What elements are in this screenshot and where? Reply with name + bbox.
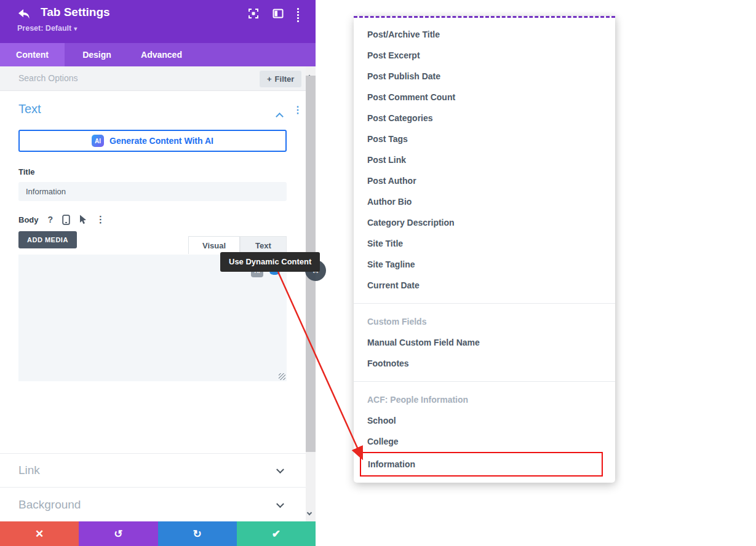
link-section-title: Link: [18, 464, 40, 477]
modal-header: Tab Settings Preset: Default▾: [0, 0, 316, 43]
use-dynamic-content-tooltip: Use Dynamic Content: [220, 252, 320, 272]
search-options-bar[interactable]: Search Options +Filter: [0, 66, 306, 91]
dynamic-content-item[interactable]: Site Title: [354, 233, 615, 254]
drag-handle-icon[interactable]: [295, 7, 301, 18]
group-divider: [354, 303, 615, 304]
check-icon: ✔: [272, 528, 281, 540]
settings-tab-bar: Content Design Advanced: [0, 43, 316, 66]
discard-button[interactable]: ✕: [0, 521, 79, 546]
tab-advanced[interactable]: Advanced: [129, 43, 194, 66]
dynamic-content-item[interactable]: Post Comment Count: [354, 87, 615, 108]
generate-content-ai-button[interactable]: AI Generate Content With AI: [18, 130, 287, 152]
dynamic-content-item[interactable]: Post Excerpt: [354, 45, 615, 66]
redo-button[interactable]: ↻: [158, 521, 237, 546]
help-icon[interactable]: ?: [48, 215, 54, 224]
redo-icon: ↻: [193, 528, 202, 540]
responsive-phone-icon[interactable]: [62, 215, 70, 225]
collapse-chevron-up-icon[interactable]: [277, 111, 282, 122]
dynamic-content-item[interactable]: Author Bio: [354, 191, 615, 212]
dynamic-content-groups: Post/Archive TitlePost ExcerptPost Publi…: [354, 24, 615, 477]
body-editor-area: [18, 255, 287, 381]
dynamic-content-item[interactable]: Post Tags: [354, 129, 615, 149]
add-media-button[interactable]: ADD MEDIA: [18, 231, 77, 248]
close-icon: ✕: [35, 528, 44, 540]
chevron-down-icon: [277, 498, 283, 509]
search-input[interactable]: Search Options: [18, 73, 78, 83]
dynamic-content-item[interactable]: School: [354, 410, 615, 431]
dynamic-content-item[interactable]: Site Tagline: [354, 254, 615, 275]
filter-button[interactable]: +Filter: [260, 71, 301, 87]
text-section-title[interactable]: Text: [18, 102, 41, 116]
modal-scrollbar[interactable]: [306, 66, 316, 521]
undo-button[interactable]: ↺: [79, 521, 157, 546]
chevron-down-icon: [277, 464, 283, 475]
tab-design[interactable]: Design: [65, 43, 129, 66]
dynamic-content-item[interactable]: Category Description: [354, 212, 615, 233]
modal-title: Tab Settings: [41, 6, 110, 19]
group-header: Custom Fields: [354, 311, 615, 332]
title-field-input[interactable]: [18, 182, 287, 201]
dynamic-content-item[interactable]: Information: [360, 452, 603, 477]
back-arrow-icon[interactable]: [17, 8, 31, 20]
dynamic-content-item[interactable]: Manual Custom Field Name: [354, 332, 615, 353]
editor-tab-text[interactable]: Text: [240, 236, 287, 254]
dynamic-content-item[interactable]: Post Link: [354, 149, 615, 170]
body-field-header: Body ? ⋮: [18, 214, 105, 225]
dynamic-content-item[interactable]: Footnotes: [354, 353, 615, 374]
background-section-row[interactable]: Background: [0, 487, 306, 521]
hover-cursor-icon[interactable]: [79, 215, 87, 224]
modal-footer: ✕↺↻✔: [0, 521, 316, 546]
group-header: ACF: People Information: [354, 389, 615, 410]
dynamic-content-item[interactable]: Current Date: [354, 275, 615, 296]
preset-caret-icon: ▾: [74, 25, 77, 32]
body-field-label: Body: [18, 215, 39, 224]
section-options-dots-icon[interactable]: ⋮: [293, 104, 303, 116]
editor-tab-visual[interactable]: Visual: [188, 236, 240, 254]
textarea-resize-grip[interactable]: [279, 373, 285, 380]
page: Tab Settings Preset: Default▾ Content De…: [0, 0, 756, 546]
dynamic-content-item[interactable]: Post/Archive Title: [354, 24, 615, 45]
dynamic-content-item[interactable]: College: [354, 431, 615, 452]
scroll-down-arrow-icon[interactable]: [308, 506, 311, 517]
body-textarea[interactable]: [18, 255, 287, 381]
save-button[interactable]: ✔: [237, 521, 316, 546]
title-field-label: Title: [18, 167, 35, 176]
ai-badge-icon: AI: [92, 135, 104, 147]
dynamic-content-item[interactable]: Post Publish Date: [354, 66, 615, 87]
dynamic-content-panel: Post/Archive TitlePost ExcerptPost Publi…: [354, 16, 615, 483]
dynamic-content-item[interactable]: Post Categories: [354, 108, 615, 129]
preset-selector[interactable]: Preset: Default▾: [17, 24, 77, 33]
dynamic-content-item[interactable]: Post Author: [354, 170, 615, 191]
snap-to-side-icon[interactable]: [273, 8, 284, 19]
tab-settings-modal: Tab Settings Preset: Default▾ Content De…: [0, 0, 316, 546]
plus-icon: +: [267, 74, 272, 84]
background-section-title: Background: [18, 498, 81, 512]
field-options-dots-icon[interactable]: ⋮: [96, 214, 105, 225]
link-section-row[interactable]: Link: [0, 453, 306, 487]
tab-content[interactable]: Content: [0, 43, 65, 66]
undo-icon: ↺: [114, 528, 122, 540]
group-divider: [354, 381, 615, 382]
expand-modal-icon[interactable]: [248, 8, 259, 19]
